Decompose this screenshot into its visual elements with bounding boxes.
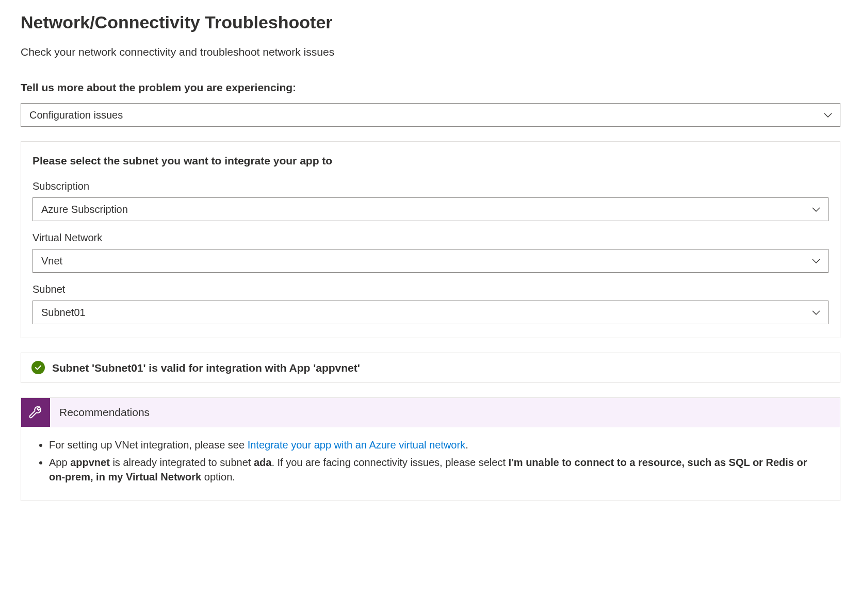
status-box: Subnet 'Subnet01' is valid for integrati…: [21, 353, 840, 383]
subnet-label: Subnet: [33, 282, 828, 296]
wrench-icon: [21, 398, 50, 427]
recommendations-title: Recommendations: [50, 405, 150, 420]
problem-select-value: Configuration issues: [29, 108, 123, 122]
chevron-down-icon: [811, 256, 821, 266]
subnet-panel: Please select the subnet you want to int…: [21, 141, 840, 338]
status-subnet-name: 'Subnet01': [92, 362, 146, 374]
chevron-down-icon: [811, 204, 821, 214]
rec2-app: appvnet: [70, 457, 110, 468]
integrate-vnet-link[interactable]: Integrate your app with an Azure virtual…: [248, 439, 465, 451]
rec1-post: .: [465, 439, 468, 451]
rec2-d: option.: [201, 471, 235, 482]
rec2-b: is already integrated to subnet: [110, 457, 254, 468]
vnet-select-value: Vnet: [41, 254, 62, 268]
problem-select[interactable]: Configuration issues: [21, 103, 840, 127]
page-title: Network/Connectivity Troubleshooter: [21, 10, 840, 35]
subnet-panel-heading: Please select the subnet you want to int…: [33, 153, 828, 168]
rec2-subnet: ada: [254, 457, 271, 468]
problem-label: Tell us more about the problem you are e…: [21, 80, 840, 95]
recommendation-item: App appvnet is already integrated to sub…: [49, 455, 825, 484]
status-text: Subnet 'Subnet01' is valid for integrati…: [52, 360, 360, 375]
chevron-down-icon: [811, 307, 821, 318]
rec1-pre: For setting up VNet integration, please …: [49, 439, 248, 451]
recommendation-item: For setting up VNet integration, please …: [49, 438, 825, 452]
vnet-select[interactable]: Vnet: [33, 249, 828, 273]
subscription-select[interactable]: Azure Subscription: [33, 197, 828, 221]
subscription-label: Subscription: [33, 179, 828, 193]
status-app-name: 'appvnet': [313, 362, 360, 374]
subnet-select-value: Subnet01: [41, 305, 86, 320]
recommendations-header: Recommendations: [21, 398, 840, 427]
recommendations-body: For setting up VNet integration, please …: [21, 427, 840, 501]
recommendations-block: Recommendations For setting up VNet inte…: [21, 397, 840, 501]
status-text-pre: Subnet: [52, 362, 92, 374]
rec2-a: App: [49, 457, 70, 468]
vnet-label: Virtual Network: [33, 230, 828, 245]
page-subtitle: Check your network connectivity and trou…: [21, 44, 840, 59]
chevron-down-icon: [823, 110, 833, 120]
subscription-select-value: Azure Subscription: [41, 202, 128, 217]
rec2-c: . If you are facing connectivity issues,…: [271, 457, 508, 468]
status-text-mid: is valid for integration with App: [146, 362, 314, 374]
success-check-icon: [31, 361, 45, 374]
subnet-select[interactable]: Subnet01: [33, 301, 828, 324]
